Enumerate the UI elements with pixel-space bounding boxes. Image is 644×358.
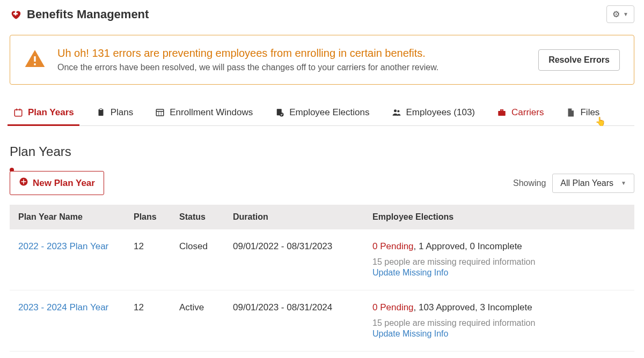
tab-label: Plan Years: [28, 107, 74, 118]
svg-rect-2: [34, 56, 35, 62]
new-plan-year-button[interactable]: New Plan Year: [10, 171, 104, 195]
missing-info-text: 15 people are missing required informati…: [372, 318, 626, 328]
alert-subtitle: Once the errors have been resolved, we w…: [57, 63, 526, 72]
caret-down-icon: ▼: [621, 180, 626, 186]
resolve-errors-button[interactable]: Resolve Errors: [538, 49, 620, 71]
svg-rect-8: [99, 109, 102, 110]
svg-rect-21: [21, 181, 26, 182]
plus-circle-icon: [19, 177, 28, 189]
section-title: Plan Years: [10, 144, 634, 159]
calendar-icon: [13, 107, 24, 118]
svg-point-16: [397, 110, 399, 112]
svg-rect-5: [16, 109, 17, 111]
people-icon: [391, 107, 402, 118]
svg-rect-1: [13, 13, 18, 14]
plan-year-link[interactable]: 2023 - 2024 Plan Year: [18, 302, 108, 312]
tab-label: Plans: [111, 107, 134, 118]
clipboard-icon: [96, 107, 106, 118]
file-icon: [565, 107, 576, 118]
tab-employees[interactable]: Employees (103): [390, 102, 477, 125]
col-name: Plan Year Name: [10, 205, 125, 229]
tabs-bar: Plan Years Plans Enrollment Windows Empl…: [10, 102, 634, 126]
pending-count: 0 Pending: [372, 302, 414, 312]
svg-rect-9: [156, 109, 164, 116]
svg-rect-3: [34, 63, 35, 65]
tab-label: Files: [580, 107, 599, 118]
clipboard-check-icon: [274, 107, 285, 118]
approved-incomplete: , 103 Approved, 3 Incomplete: [414, 302, 532, 312]
tab-label: Employee Elections: [289, 107, 369, 118]
settings-dropdown-button[interactable]: ⚙ ▼: [606, 5, 634, 23]
briefcase-icon: [496, 107, 507, 118]
table-row: 2022 - 2023 Plan Year 12 Closed 09/01/20…: [10, 229, 634, 290]
plans-cell: 12: [125, 290, 171, 352]
svg-rect-4: [14, 110, 22, 116]
approved-incomplete: , 1 Approved, 0 Incomplete: [414, 241, 522, 251]
heart-plus-icon: [10, 9, 21, 20]
page-title-wrap: Benefits Management: [10, 8, 149, 21]
caret-down-icon: ▼: [623, 11, 628, 17]
tab-label: Employees (103): [406, 107, 475, 118]
svg-rect-18: [501, 110, 503, 111]
plans-cell: 12: [125, 229, 171, 290]
svg-point-15: [394, 109, 397, 112]
tab-label: Enrollment Windows: [170, 107, 253, 118]
col-plans: Plans: [125, 205, 171, 229]
update-missing-info-link[interactable]: Update Missing Info: [372, 329, 448, 339]
col-status: Status: [171, 205, 224, 229]
plan-year-link[interactable]: 2022 - 2023 Plan Year: [18, 241, 108, 251]
svg-rect-6: [19, 109, 20, 111]
duration-cell: 09/01/2022 - 08/31/2023: [224, 229, 364, 290]
tab-carriers[interactable]: Carriers: [495, 102, 545, 125]
gear-icon: ⚙: [612, 9, 620, 19]
page-title: Benefits Management: [27, 8, 149, 21]
warning-icon: [24, 48, 46, 72]
elections-summary: 0 Pending, 1 Approved, 0 Incomplete: [372, 241, 626, 252]
svg-rect-17: [498, 111, 506, 116]
showing-label: Showing: [513, 178, 546, 188]
tab-label: Carriers: [511, 107, 544, 118]
missing-info-text: 15 people are missing required informati…: [372, 257, 626, 267]
tab-enrollment-windows[interactable]: Enrollment Windows: [153, 102, 254, 125]
plan-years-table: Plan Year Name Plans Status Duration Emp…: [10, 205, 634, 352]
status-cell: Active: [171, 290, 224, 352]
alert-title: Uh oh! 131 errors are preventing employe…: [57, 47, 526, 59]
filter-select[interactable]: All Plan Years ▼: [552, 174, 634, 193]
new-button-label: New Plan Year: [33, 178, 95, 189]
tab-employee-elections[interactable]: Employee Elections: [273, 102, 370, 125]
col-elections: Employee Elections: [364, 205, 634, 229]
col-duration: Duration: [224, 205, 364, 229]
update-missing-info-link[interactable]: Update Missing Info: [372, 268, 448, 278]
table-row: 2023 - 2024 Plan Year 12 Active 09/01/20…: [10, 290, 634, 352]
filter-selected-value: All Plan Years: [560, 178, 613, 188]
pending-count: 0 Pending: [372, 241, 414, 251]
tab-plans[interactable]: Plans: [94, 102, 135, 125]
duration-cell: 09/01/2023 - 08/31/2024: [224, 290, 364, 352]
tab-files[interactable]: Files: [564, 102, 601, 125]
tab-plan-years[interactable]: Plan Years: [12, 102, 75, 125]
error-alert: Uh oh! 131 errors are preventing employe…: [10, 35, 634, 85]
calendar-grid-icon: [155, 107, 165, 118]
status-cell: Closed: [171, 229, 224, 290]
elections-summary: 0 Pending, 103 Approved, 3 Incomplete: [372, 302, 626, 313]
